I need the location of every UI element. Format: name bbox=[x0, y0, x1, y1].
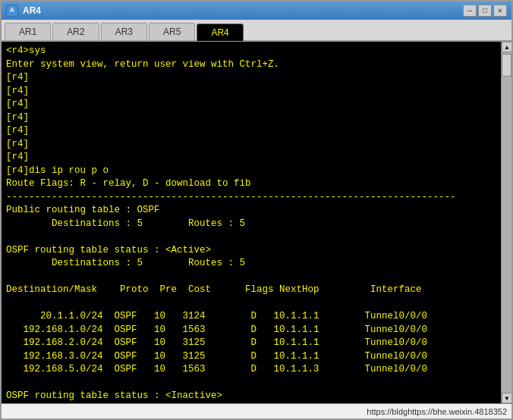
close-button[interactable]: ✕ bbox=[493, 5, 507, 17]
scrollbar: ▲ ▼ bbox=[501, 42, 511, 403]
terminal-output[interactable]: <r4>sys Enter system view, return user v… bbox=[2, 42, 501, 403]
title-bar-left: A AR4 bbox=[6, 5, 41, 17]
main-window: A AR4 — □ ✕ AR1 AR2 AR3 AR5 AR4 <r4>sys … bbox=[0, 0, 513, 420]
scrollbar-up-button[interactable]: ▲ bbox=[502, 42, 511, 52]
scrollbar-track[interactable] bbox=[502, 52, 511, 393]
status-text: https://bldghttps://bhe.weixin.4818352 bbox=[367, 407, 507, 416]
tab-ar5[interactable]: AR5 bbox=[149, 23, 195, 40]
window-controls: — □ ✕ bbox=[463, 5, 507, 17]
minimize-button[interactable]: — bbox=[463, 5, 477, 17]
tab-ar4[interactable]: AR4 bbox=[197, 24, 243, 41]
tab-ar1[interactable]: AR1 bbox=[5, 23, 51, 40]
app-icon-label: A bbox=[10, 7, 14, 14]
tab-bar: AR1 AR2 AR3 AR5 AR4 bbox=[2, 20, 511, 42]
terminal-container: <r4>sys Enter system view, return user v… bbox=[2, 42, 511, 403]
tab-ar2[interactable]: AR2 bbox=[52, 23, 99, 40]
scrollbar-down-button[interactable]: ▼ bbox=[502, 393, 511, 403]
title-bar: A AR4 — □ ✕ bbox=[2, 2, 511, 20]
tab-ar3[interactable]: AR3 bbox=[101, 23, 147, 40]
status-bar: https://bldghttps://bhe.weixin.4818352 bbox=[2, 403, 511, 418]
restore-button[interactable]: □ bbox=[478, 5, 492, 17]
app-icon: A bbox=[6, 5, 18, 17]
window-title: AR4 bbox=[23, 5, 41, 16]
scrollbar-thumb[interactable] bbox=[502, 54, 511, 77]
